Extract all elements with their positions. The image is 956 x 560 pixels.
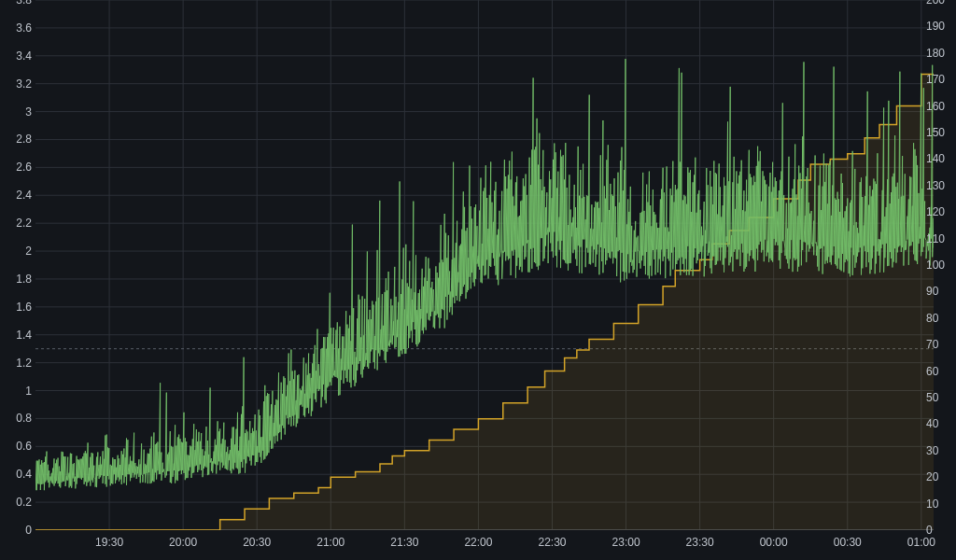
right-tick: 80: [926, 312, 938, 325]
left-tick: 0.2: [16, 496, 32, 509]
left-axis: 00.20.40.60.811.21.41.61.822.22.42.62.83…: [0, 0, 35, 530]
right-tick: 90: [926, 285, 938, 298]
left-tick: 0.8: [16, 412, 32, 425]
right-tick: 160: [926, 100, 945, 113]
right-tick: 190: [926, 20, 945, 33]
bottom-tick: 22:00: [464, 536, 492, 549]
left-tick: 1.8: [16, 273, 32, 286]
right-tick: 20: [926, 470, 938, 483]
right-axis: 0102030405060708090100110120130140150160…: [922, 0, 956, 530]
chart-plot-area[interactable]: [35, 0, 934, 530]
right-tick: 110: [926, 232, 945, 245]
left-tick: 1: [25, 385, 32, 398]
bottom-tick: 00:30: [834, 536, 862, 549]
right-tick: 100: [926, 259, 945, 272]
left-tick: 2.4: [16, 189, 32, 202]
bottom-tick: 20:00: [169, 536, 197, 549]
left-tick: 3.6: [16, 21, 32, 35]
left-tick: 2.6: [16, 161, 32, 174]
left-tick: 0: [25, 524, 32, 537]
left-tick: 3.2: [16, 77, 32, 91]
right-tick: 130: [926, 179, 945, 192]
left-tick: 2.2: [16, 217, 32, 230]
bottom-tick: 23:00: [612, 536, 640, 549]
left-tick: 3.4: [16, 49, 32, 63]
left-tick: 3: [25, 105, 32, 119]
right-tick: 150: [926, 126, 945, 139]
bottom-tick: 01:00: [907, 536, 935, 549]
right-tick: 180: [926, 47, 945, 60]
bottom-axis: 19:3020:0020:3021:0021:3022:0022:3023:00…: [35, 530, 934, 560]
right-tick: 50: [926, 391, 938, 404]
left-tick: 1.6: [16, 301, 32, 314]
left-tick: 0.4: [16, 468, 32, 481]
left-tick: 0.6: [16, 440, 32, 453]
right-tick: 120: [926, 205, 945, 218]
right-tick: 200: [926, 0, 945, 7]
right-tick: 10: [926, 497, 938, 511]
right-tick: 30: [926, 444, 938, 457]
right-tick: 140: [926, 152, 945, 165]
chart-canvas: [35, 0, 934, 530]
bottom-tick: 00:00: [760, 536, 788, 549]
bottom-tick: 20:30: [243, 536, 271, 549]
bottom-tick: 19:30: [95, 536, 123, 549]
bottom-tick: 21:30: [390, 536, 418, 549]
right-tick: 70: [926, 338, 938, 351]
bottom-tick: 21:00: [316, 536, 344, 549]
left-tick: 2: [25, 245, 32, 258]
left-tick: 1.4: [16, 329, 32, 342]
right-tick: 40: [926, 417, 938, 430]
right-tick: 60: [926, 365, 938, 378]
left-tick: 2.8: [16, 133, 32, 146]
bottom-tick: 23:30: [686, 536, 714, 549]
right-tick: 170: [926, 73, 945, 86]
bottom-tick: 22:30: [538, 536, 566, 549]
left-tick: 1.2: [16, 357, 32, 370]
left-tick: 3.8: [16, 0, 32, 7]
